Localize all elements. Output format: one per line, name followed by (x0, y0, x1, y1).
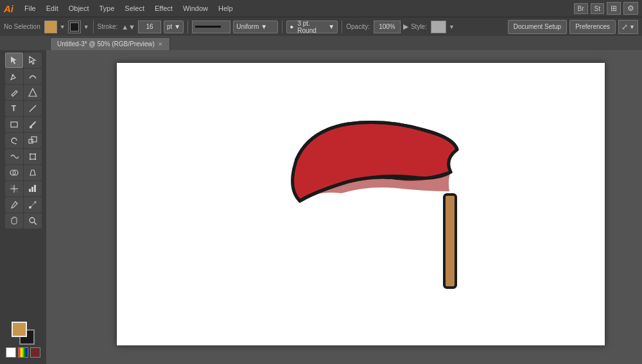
tool-row-10 (5, 197, 42, 212)
fill-controls: ▼ (60, 24, 65, 30)
stroke-color-box[interactable] (68, 21, 81, 33)
menu-edit[interactable]: Edit (42, 3, 63, 13)
selection-label: No Selection (4, 23, 40, 30)
tool-row-6 (5, 133, 42, 148)
tool-row-7 (5, 149, 42, 164)
settings-btn[interactable]: ⚙ (623, 2, 638, 15)
scale-tool[interactable] (24, 133, 42, 148)
stroke-unit-dropdown[interactable]: pt ▼ (164, 21, 184, 33)
chart-tool[interactable] (24, 181, 42, 196)
line-tool[interactable] (24, 101, 42, 116)
svg-marker-17 (30, 170, 35, 175)
selection-tool[interactable] (5, 53, 23, 68)
svg-line-26 (30, 202, 35, 207)
tool-row-5 (5, 117, 42, 132)
bridge-btn[interactable]: Br (574, 3, 588, 14)
tool-row-11 (5, 213, 42, 229)
document-tab[interactable]: Untitled-3* @ 50% (RGB/Preview) ✕ (50, 37, 170, 50)
stroke-style-preview[interactable] (192, 21, 230, 33)
canvas-area (46, 50, 642, 364)
svg-rect-13 (30, 159, 31, 160)
sep1 (93, 21, 94, 33)
arrange-btn[interactable]: ⤢▼ (618, 20, 638, 34)
perspective-tool[interactable] (24, 165, 42, 180)
svg-rect-22 (31, 187, 33, 192)
tool-row-1 (5, 53, 42, 68)
document-setup-btn[interactable]: Document Setup (508, 20, 568, 34)
curvature-tool[interactable] (24, 69, 42, 84)
direct-selection-tool[interactable] (24, 53, 42, 68)
left-toolbar: T (0, 50, 46, 364)
svg-rect-12 (35, 153, 36, 155)
tab-bar: Untitled-3* @ 50% (RGB/Preview) ✕ (0, 36, 642, 50)
svg-marker-7 (14, 143, 17, 144)
svg-rect-14 (35, 159, 36, 160)
flag-illustration (284, 98, 502, 297)
svg-marker-1 (30, 56, 35, 64)
fill-swatch[interactable] (44, 21, 57, 33)
tool-row-3 (5, 85, 42, 100)
foreground-swatch[interactable] (12, 322, 27, 337)
swatch-extras (6, 347, 40, 358)
style-label: Style: (411, 23, 427, 30)
svg-rect-8 (29, 139, 33, 143)
color-swatches (3, 318, 43, 361)
svg-rect-10 (30, 154, 35, 159)
mesh-tool[interactable] (5, 181, 23, 196)
zoom-tool[interactable] (24, 213, 42, 229)
tab-label: Untitled-3* @ 50% (RGB/Preview) (57, 40, 155, 48)
workspaces-btn[interactable]: ⊞ (607, 2, 621, 15)
blend-tool[interactable] (24, 197, 42, 212)
svg-point-27 (30, 218, 35, 223)
sep4 (342, 21, 342, 33)
none-swatch[interactable] (6, 347, 16, 358)
svg-line-4 (30, 105, 36, 112)
more-btn[interactable]: ▶ (403, 22, 408, 31)
stroke-style-dropdown[interactable]: Uniform ▼ (233, 21, 278, 33)
menu-window[interactable]: Window (178, 3, 213, 13)
hand-tool[interactable] (5, 213, 23, 229)
free-transform-tool[interactable] (24, 149, 42, 164)
menu-object[interactable]: Object (64, 3, 94, 13)
menu-help[interactable]: Help (214, 3, 238, 13)
svg-rect-11 (30, 153, 31, 155)
pattern-swatch[interactable] (30, 347, 40, 358)
menu-bar: Ai File Edit Object Type Select Effect W… (0, 0, 642, 17)
rotate-tool[interactable] (5, 133, 23, 148)
preferences-btn[interactable]: Preferences (569, 20, 616, 34)
stroke-end-dropdown[interactable]: ● 3 pt. Round ▼ (286, 21, 338, 33)
menu-effect[interactable]: Effect (150, 3, 177, 13)
tool-row-2 (5, 69, 42, 84)
main-layout: T (0, 50, 642, 364)
paintbrush-tool[interactable] (24, 117, 42, 132)
menu-type[interactable]: Type (95, 3, 119, 13)
menu-select[interactable]: Select (120, 3, 149, 13)
style-preview[interactable] (431, 21, 446, 33)
tab-close-btn[interactable]: ✕ (158, 41, 163, 48)
warp-tool[interactable] (5, 149, 23, 164)
svg-rect-21 (29, 189, 31, 192)
tool-row-8 (5, 165, 42, 180)
anchor-tool[interactable] (24, 85, 42, 100)
control-toolbar: No Selection ▼ ▼ Stroke: ▲▼ pt ▼ Uniform… (0, 17, 642, 36)
pencil-tool[interactable] (5, 85, 23, 100)
sep3 (282, 21, 282, 33)
stock-btn[interactable]: St (591, 3, 604, 14)
eyedropper-tool[interactable] (5, 197, 23, 212)
style-dropdown-arrow[interactable]: ▼ (449, 24, 455, 30)
opacity-input[interactable] (374, 21, 401, 33)
shape-builder-tool[interactable] (5, 165, 23, 180)
type-tool[interactable]: T (5, 101, 23, 116)
menu-file[interactable]: File (20, 3, 40, 13)
svg-point-2 (12, 74, 13, 76)
app-logo: Ai (4, 3, 13, 14)
svg-rect-23 (34, 185, 36, 192)
svg-rect-5 (11, 122, 17, 127)
pen-tool[interactable] (5, 69, 23, 84)
stroke-size-input[interactable] (138, 21, 161, 33)
swatch-stack (12, 322, 35, 345)
rectangle-tool[interactable] (5, 117, 23, 132)
svg-point-6 (30, 126, 32, 128)
gradient-swatch[interactable] (18, 347, 28, 358)
svg-line-28 (34, 222, 37, 225)
